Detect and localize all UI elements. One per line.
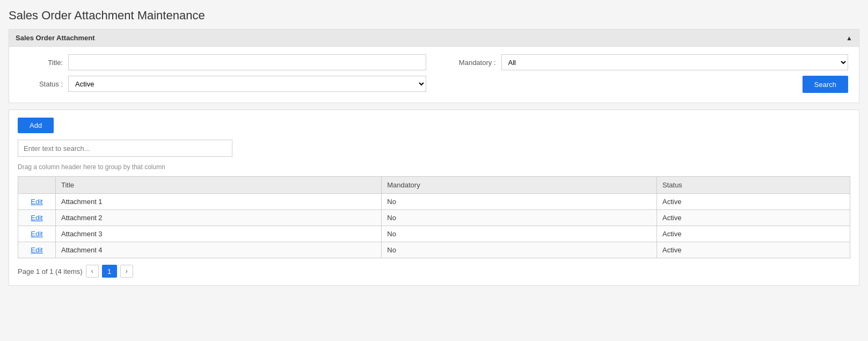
table-cell-action: Edit	[18, 210, 56, 226]
page-title: Sales Order Attachment Maintenance	[9, 9, 859, 23]
table-cell-title: Attachment 2	[56, 210, 382, 226]
table-row: Edit Attachment 2 No Active	[18, 210, 850, 226]
edit-button[interactable]: Edit	[31, 198, 42, 206]
edit-button[interactable]: Edit	[31, 246, 42, 254]
filter-panel-header: Sales Order Attachment ▲	[9, 30, 859, 47]
table-search-input[interactable]	[18, 140, 232, 157]
title-input[interactable]	[68, 54, 426, 70]
filter-panel-title: Sales Order Attachment	[16, 34, 95, 42]
filter-right-col: Mandatory : All Yes No Search	[426, 54, 849, 93]
table-header-row: Title Mandatory Status	[18, 177, 850, 194]
collapse-icon[interactable]: ▲	[846, 34, 852, 42]
add-button[interactable]: Add	[18, 118, 54, 133]
pagination-summary: Page 1 of 1 (4 items)	[18, 267, 83, 275]
current-page-button[interactable]: 1	[102, 265, 117, 278]
status-label: Status :	[20, 80, 63, 88]
prev-page-button[interactable]: ‹	[86, 265, 99, 278]
table-cell-action: Edit	[18, 226, 56, 242]
table-row: Edit Attachment 4 No Active	[18, 242, 850, 258]
table-cell-title: Attachment 4	[56, 242, 382, 258]
drag-hint: Drag a column header here to group by th…	[18, 163, 850, 171]
filter-left-col: Title: Status : Active Inactive All	[20, 54, 426, 92]
table-cell-title: Attachment 1	[56, 194, 382, 210]
filter-panel: Sales Order Attachment ▲ Title: Status :…	[9, 29, 859, 103]
col-header-status: Status	[657, 177, 850, 194]
edit-button[interactable]: Edit	[31, 230, 42, 238]
table-row: Edit Attachment 3 No Active	[18, 226, 850, 242]
table-cell-title: Attachment 3	[56, 226, 382, 242]
status-select[interactable]: Active Inactive All	[68, 76, 426, 92]
table-cell-status: Active	[657, 210, 850, 226]
edit-button[interactable]: Edit	[31, 214, 42, 222]
mandatory-row: Mandatory : All Yes No	[442, 54, 849, 70]
status-row: Status : Active Inactive All	[20, 76, 426, 92]
table-cell-action: Edit	[18, 242, 56, 258]
table-cell-action: Edit	[18, 194, 56, 210]
table-cell-mandatory: No	[382, 242, 657, 258]
mandatory-select[interactable]: All Yes No	[501, 54, 849, 70]
filter-form: Title: Status : Active Inactive All Mand…	[20, 54, 848, 93]
table-cell-mandatory: No	[382, 210, 657, 226]
title-label: Title:	[20, 59, 63, 67]
col-header-mandatory: Mandatory	[382, 177, 657, 194]
table-cell-status: Active	[657, 194, 850, 210]
table-body: Edit Attachment 1 No Active Edit Attachm…	[18, 194, 850, 258]
content-panel: Add Drag a column header here to group b…	[9, 110, 859, 286]
table-cell-status: Active	[657, 226, 850, 242]
search-btn-row: Search	[442, 76, 849, 93]
col-header-action	[18, 177, 56, 194]
filter-body: Title: Status : Active Inactive All Mand…	[9, 47, 859, 103]
title-row: Title:	[20, 54, 426, 70]
table-row: Edit Attachment 1 No Active	[18, 194, 850, 210]
mandatory-label: Mandatory :	[442, 59, 496, 67]
col-header-title: Title	[56, 177, 382, 194]
table-cell-status: Active	[657, 242, 850, 258]
next-page-button[interactable]: ›	[120, 265, 133, 278]
search-button[interactable]: Search	[803, 76, 848, 93]
pagination: Page 1 of 1 (4 items) ‹ 1 ›	[18, 265, 850, 278]
data-table: Title Mandatory Status Edit Attachment 1…	[18, 176, 850, 258]
table-cell-mandatory: No	[382, 194, 657, 210]
table-cell-mandatory: No	[382, 226, 657, 242]
